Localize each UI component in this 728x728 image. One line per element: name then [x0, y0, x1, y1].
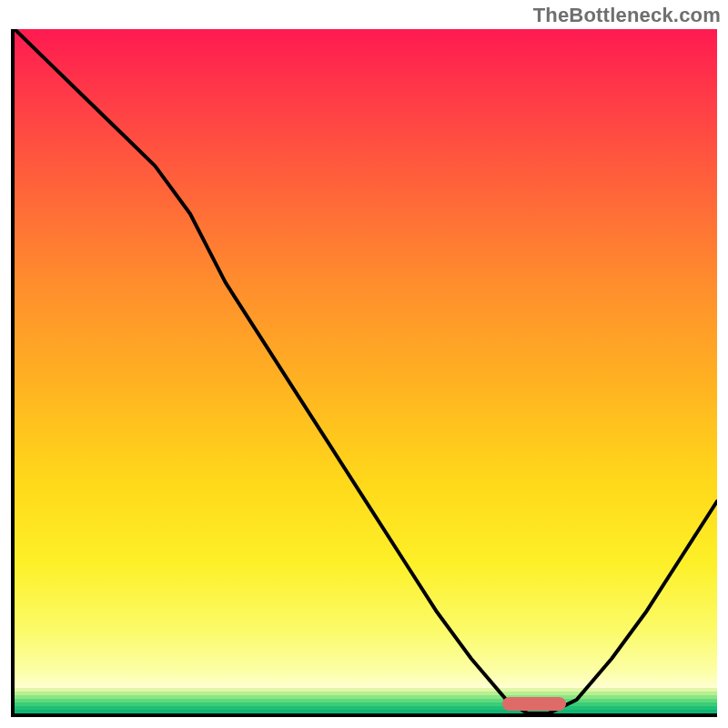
bottleneck-curve	[15, 29, 717, 713]
watermark-text: TheBottleneck.com	[533, 4, 721, 27]
chart-container: TheBottleneck.com	[0, 0, 728, 728]
plot-area	[15, 29, 717, 713]
optimal-marker	[502, 697, 566, 711]
